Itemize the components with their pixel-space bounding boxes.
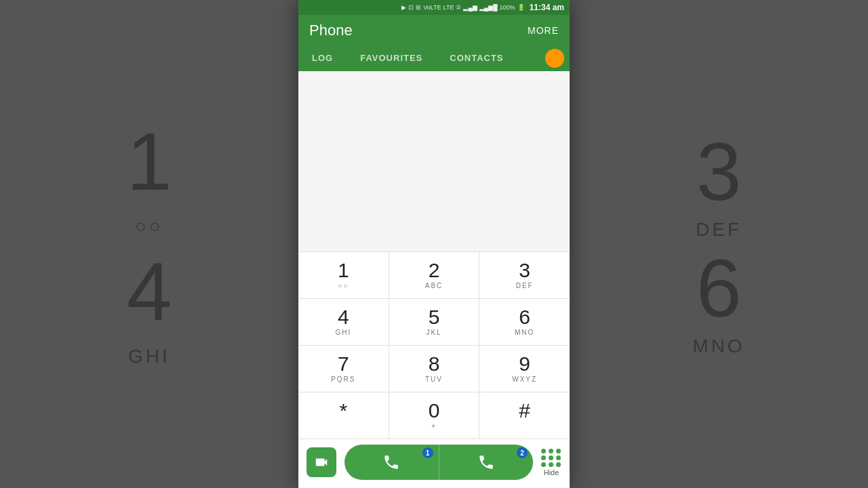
key-8[interactable]: 8 TUV	[389, 346, 480, 392]
contacts-badge	[545, 49, 564, 68]
key-hash[interactable]: #	[479, 392, 570, 439]
call-button-1[interactable]: 1	[344, 445, 439, 480]
battery-pct: 100%	[500, 4, 515, 11]
icon-video: ▶	[401, 4, 406, 11]
bg-right-digit1: 3	[696, 131, 742, 212]
call-badge-1: 1	[422, 447, 433, 458]
key-7[interactable]: 7 PQRS	[298, 346, 389, 392]
phone-app: ▶ ⊡ ⊞ VoLTE LTE ② ▂▄▆ ▂▄▆█ 100% 🔋 11:34 …	[298, 0, 570, 488]
tab-bar: LOG FAVOURITES CONTACTS	[298, 45, 570, 71]
call-button-2[interactable]: 2	[439, 445, 534, 480]
status-bar: ▶ ⊡ ⊞ VoLTE LTE ② ▂▄▆ ▂▄▆█ 100% 🔋 11:34 …	[298, 0, 570, 15]
icon-screen: ⊞	[416, 4, 421, 11]
dial-display	[298, 71, 570, 251]
keypad-row-3: 7 PQRS 8 TUV 9 WXYZ	[298, 345, 570, 392]
bg-left-sub2: GHI	[128, 346, 170, 367]
app-header: Phone MORE	[298, 15, 570, 45]
status-icons: ▶ ⊡ ⊞ VoLTE LTE ② ▂▄▆ ▂▄▆█ 100% 🔋	[401, 4, 524, 11]
key-2[interactable]: 2 ABC	[389, 252, 480, 298]
more-button[interactable]: MORE	[528, 25, 559, 36]
hide-button[interactable]: Hide	[541, 449, 561, 476]
phone-icon-2	[477, 453, 495, 471]
bg-left-sub1: ○○	[135, 216, 163, 237]
icon-lte: LTE	[443, 4, 454, 11]
icon-volte: VoLTE	[423, 4, 441, 11]
video-camera-icon	[314, 455, 329, 470]
key-4[interactable]: 4 GHI	[298, 299, 389, 345]
keypad-row-2: 4 GHI 5 JKL 6 MNO	[298, 298, 570, 345]
key-9[interactable]: 9 WXYZ	[479, 346, 570, 392]
call-badge-2: 2	[517, 447, 528, 458]
hide-label: Hide	[544, 468, 559, 476]
call-buttons-group: 1 2	[344, 445, 533, 480]
video-call-button[interactable]	[307, 447, 336, 477]
bg-right-sub2: MNO	[692, 336, 745, 357]
icon-photo: ⊡	[408, 4, 414, 11]
icon-sim2: ②	[456, 4, 461, 11]
bg-left-panel: 1 ○○ 4 GHI	[0, 0, 298, 488]
bg-left-digit2: 4	[127, 251, 172, 332]
key-3[interactable]: 3 DEF	[479, 252, 570, 298]
key-0[interactable]: 0 +	[389, 392, 480, 439]
keypad-row-4: * 0 + #	[298, 392, 570, 439]
bottom-bar: 1 2 Hide	[298, 439, 570, 488]
key-5[interactable]: 5 JKL	[389, 299, 480, 345]
icon-signal2: ▂▄▆█	[479, 4, 498, 11]
tab-contacts[interactable]: CONTACTS	[436, 45, 517, 71]
bg-left-digit1: 1	[127, 121, 172, 202]
app-title: Phone	[309, 22, 353, 39]
phone-icon-1	[382, 453, 400, 471]
tab-favourites[interactable]: FAVOURITES	[347, 45, 436, 71]
status-time: 11:34 am	[530, 3, 564, 12]
bg-right-panel: 3 DEF 6 MNO	[570, 0, 868, 488]
keypad-row-1: 1 ○○ 2 ABC 3 DEF	[298, 251, 570, 298]
tab-log[interactable]: LOG	[298, 45, 347, 71]
key-star[interactable]: *	[298, 392, 389, 439]
key-1[interactable]: 1 ○○	[298, 252, 389, 298]
keypad-grid-icon	[541, 449, 561, 467]
bg-right-digit2: 6	[696, 247, 742, 329]
battery-icon: 🔋	[517, 4, 525, 11]
keypad: 1 ○○ 2 ABC 3 DEF 4 GHI 5 JKL 6 M	[298, 251, 570, 439]
bg-right-sub1: DEF	[696, 219, 742, 241]
key-6[interactable]: 6 MNO	[479, 299, 570, 345]
icon-signal1: ▂▄▆	[463, 4, 477, 11]
